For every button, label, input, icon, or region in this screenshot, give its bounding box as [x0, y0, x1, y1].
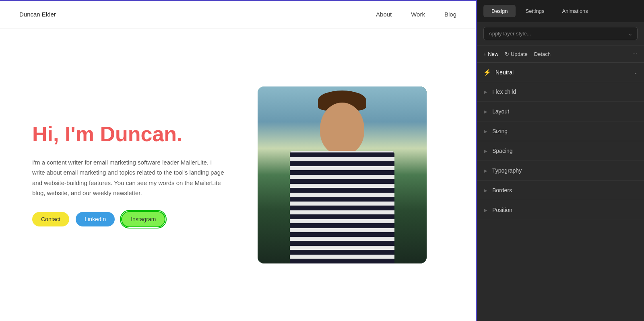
neutral-left: ⚡ Neutral [483, 68, 514, 76]
nav-link-work[interactable]: Work [411, 11, 425, 18]
section-spacing[interactable]: ▶ Spacing [477, 141, 644, 161]
more-button[interactable]: ··· [632, 50, 638, 58]
section-borders-label: Borders [492, 187, 512, 193]
layer-style-row: Apply layer style... ⌄ [477, 22, 644, 45]
site-nav: Duncan Elder About Work Blog [0, 0, 476, 29]
section-flex-child-label: Flex child [492, 88, 516, 95]
neutral-chevron-icon: ⌄ [634, 70, 638, 75]
section-typography[interactable]: ▶ Typography [477, 161, 644, 181]
hero-text: Hi, I'm Duncan. I'm a content writer for… [32, 123, 225, 227]
section-spacing-label: Spacing [492, 148, 513, 154]
photo-body [290, 151, 394, 263]
new-button[interactable]: + New [483, 51, 498, 57]
hero-buttons: Contact LinkedIn Instagram [32, 211, 225, 227]
accent-line [0, 0, 476, 1]
section-typography-label: Typography [492, 167, 522, 174]
section-sizing[interactable]: ▶ Sizing [477, 121, 644, 141]
instagram-button[interactable]: Instagram [121, 211, 165, 227]
hero-description: I'm a content writer for email marketing… [32, 157, 225, 198]
hero-image-container [258, 86, 427, 263]
update-button[interactable]: ↻ Update [505, 51, 528, 57]
contact-button[interactable]: Contact [32, 212, 69, 226]
site-main: Hi, I'm Duncan. I'm a content writer for… [0, 29, 476, 321]
right-panel: Design Settings Animations Apply layer s… [477, 0, 644, 321]
site-logo: Duncan Elder [19, 11, 56, 18]
neutral-row[interactable]: ⚡ Neutral ⌄ [477, 63, 644, 82]
chevron-right-icon: ▶ [484, 169, 487, 173]
action-row: + New ↻ Update Detach ··· [477, 45, 644, 63]
detach-button[interactable]: Detach [534, 51, 551, 57]
neutral-label: Neutral [495, 69, 514, 76]
tab-animations[interactable]: Animations [554, 5, 596, 17]
tab-design[interactable]: Design [483, 5, 516, 17]
layer-style-select[interactable]: Apply layer style... ⌄ [483, 27, 638, 40]
layer-style-placeholder: Apply layer style... [489, 31, 531, 37]
chevron-right-icon: ▶ [484, 109, 487, 114]
chevron-right-icon: ▶ [484, 208, 487, 212]
chevron-right-icon: ▶ [484, 188, 487, 193]
photo-head [320, 103, 364, 155]
section-position-label: Position [492, 207, 512, 213]
section-position[interactable]: ▶ Position [477, 200, 644, 220]
linkedin-button[interactable]: LinkedIn [76, 212, 115, 226]
layer-style-arrow: ⌄ [628, 31, 632, 37]
nav-links: About Work Blog [376, 11, 456, 18]
hero-heading: Hi, I'm Duncan. [32, 123, 225, 146]
section-layout[interactable]: ▶ Layout [477, 102, 644, 121]
nav-link-blog[interactable]: Blog [444, 11, 456, 18]
section-sizing-label: Sizing [492, 128, 508, 134]
website-preview: Duncan Elder About Work Blog Hi, I'm Dun… [0, 0, 477, 321]
lightning-icon: ⚡ [483, 68, 491, 76]
hero-image [258, 86, 427, 263]
nav-link-about[interactable]: About [376, 11, 392, 18]
section-borders[interactable]: ▶ Borders [477, 181, 644, 200]
section-layout-label: Layout [492, 108, 509, 115]
tab-settings[interactable]: Settings [517, 5, 552, 17]
chevron-right-icon: ▶ [484, 129, 487, 134]
panel-tabs: Design Settings Animations [477, 0, 644, 22]
chevron-right-icon: ▶ [484, 90, 487, 94]
chevron-right-icon: ▶ [484, 149, 487, 153]
section-flex-child[interactable]: ▶ Flex child [477, 82, 644, 102]
